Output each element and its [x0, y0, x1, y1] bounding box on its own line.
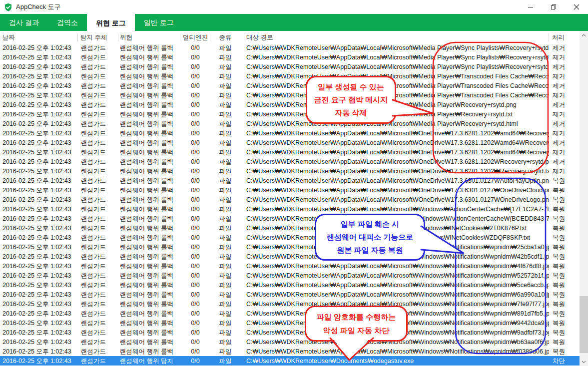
tab-scan-results[interactable]: 검사 결과 [0, 14, 48, 31]
table-row[interactable]: 2016-02-25 오후 1:02:43랜섬가드랜섬웨어 행위 롤백0/0파일… [0, 43, 580, 52]
column-header-engine[interactable]: 멀티엔진 [180, 33, 210, 42]
cell-date: 2016-02-25 오후 1:02:43 [2, 328, 71, 337]
scroll-down-button[interactable] [580, 358, 588, 366]
table-row[interactable]: 2016-02-25 오후 1:02:43랜섬가드랜섬웨어 행위 롤백0/0파일… [0, 119, 580, 128]
table-row[interactable]: 2016-02-25 오후 1:02:43랜섬가드랜섬웨어 행위 롤백0/0파일… [0, 157, 580, 166]
close-button[interactable] [565, 0, 588, 14]
tab-threat-log[interactable]: 위협 로그 [87, 14, 135, 33]
minimize-button[interactable] [519, 0, 542, 14]
table-row[interactable]: 2016-02-25 오후 1:02:43랜섬가드랜섬웨어 행위 롤백0/0파일… [0, 81, 580, 90]
table-row[interactable]: 2016-02-25 오후 1:02:43랜섬가드랜섬웨어 행위 롤백0/0파일… [0, 337, 580, 347]
vertical-scrollbar[interactable] [580, 31, 588, 366]
cell-threat: 랜섬웨어 행위 롤백 [120, 281, 173, 289]
table-row[interactable]: 2016-02-25 오후 1:02:43랜섬가드랜섬웨어 행위 롤백0/0파일… [0, 299, 580, 309]
window-controls [519, 0, 588, 14]
table-row[interactable]: 2016-02-25 오후 1:02:43랜섬가드랜섬웨어 행위 롤백0/0파일… [0, 195, 580, 204]
cell-engine: 0/0 [180, 329, 210, 336]
cell-threat: 랜섬웨어 행위 롤백 [120, 157, 173, 166]
table-row[interactable]: 2016-02-25 오후 1:02:43랜섬가드랜섬웨어 행위 롤백0/0파일… [0, 271, 580, 280]
cell-agent: 랜섬가드 [81, 43, 106, 52]
table-row[interactable]: 2016-02-25 오후 1:02:43랜섬가드랜섬웨어 행위 롤백0/0파일… [0, 71, 580, 81]
column-divider[interactable] [118, 33, 118, 41]
cell-threat: 랜섬웨어 행위 롤백 [120, 100, 173, 109]
cell-action: 복원 [553, 224, 565, 232]
cell-action: 제거 [553, 148, 565, 156]
cell-type: 파일 [210, 347, 240, 356]
scrollbar-thumb[interactable] [580, 296, 588, 353]
cell-threat: 랜섬웨어 행위 롤백 [120, 167, 173, 175]
table-row[interactable]: 2016-02-25 오후 1:02:43랜섬가드랜섬웨어 행위 롤백0/0파일… [0, 166, 580, 176]
column-divider[interactable] [77, 33, 78, 41]
cell-type: 파일 [210, 224, 240, 232]
cell-date: 2016-02-25 오후 1:02:43 [2, 167, 71, 175]
table-row[interactable]: 2016-02-25 오후 1:02:43랜섬가드랜섬웨어 행위 롤백0/0파일… [0, 242, 580, 252]
table-row[interactable]: 2016-02-25 오후 1:02:43랜섬가드랜섬웨어 행위 롤백0/0파일… [0, 185, 580, 195]
table-row[interactable]: 2016-02-25 오후 1:02:43랜섬가드랜섬웨어 행위 탐지0/0파일… [0, 356, 580, 366]
table-row[interactable]: 2016-02-25 오후 1:02:43랜섬가드랜섬웨어 행위 롤백0/0파일… [0, 223, 580, 233]
cell-type: 파일 [210, 186, 240, 194]
cell-path: C:₩Users₩WDKRemoteUser₩AppData₩Local₩Mic… [246, 310, 549, 317]
table-row[interactable]: 2016-02-25 오후 1:02:43랜섬가드랜섬웨어 행위 롤백0/0파일… [0, 147, 580, 157]
table-row[interactable]: 2016-02-25 오후 1:02:43랜섬가드랜섬웨어 행위 롤백0/0파일… [0, 62, 580, 71]
maximize-button[interactable] [542, 0, 565, 14]
cell-agent: 랜섬가드 [81, 347, 106, 356]
table-row[interactable]: 2016-02-25 오후 1:02:43랜섬가드랜섬웨어 행위 롤백0/0파일… [0, 309, 580, 318]
column-divider[interactable] [549, 33, 549, 41]
cell-type: 파일 [210, 100, 240, 109]
cell-agent: 랜섬가드 [81, 186, 106, 194]
table-row[interactable]: 2016-02-25 오후 1:02:43랜섬가드랜섬웨어 행위 롤백0/0파일… [0, 280, 580, 290]
tab-general-log[interactable]: 일반 로그 [135, 14, 183, 31]
cell-action: 제거 [553, 157, 565, 166]
cell-date: 2016-02-25 오후 1:02:43 [2, 43, 71, 52]
table-row[interactable]: 2016-02-25 오후 1:02:43랜섬가드랜섬웨어 행위 롤백0/0파일… [0, 233, 580, 242]
cell-path: C:₩Users₩WDKRemoteUser₩AppData₩Local₩Mic… [246, 111, 549, 118]
cell-engine: 0/0 [180, 215, 210, 222]
cell-path: C:₩Users₩WDKRemoteUser₩AppData₩Local₩Mic… [246, 73, 549, 80]
table-row[interactable]: 2016-02-25 오후 1:02:43랜섬가드랜섬웨어 행위 롤백0/0파일… [0, 52, 580, 62]
cell-agent: 랜섬가드 [81, 319, 106, 327]
cell-action: 복원 [553, 300, 565, 308]
cell-agent: 랜섬가드 [81, 243, 106, 251]
table-row[interactable]: 2016-02-25 오후 1:02:43랜섬가드랜섬웨어 행위 롤백0/0파일… [0, 290, 580, 299]
table-row[interactable]: 2016-02-25 오후 1:02:43랜섬가드랜섬웨어 행위 롤백0/0파일… [0, 204, 580, 214]
cell-threat: 랜섬웨어 행위 롤백 [120, 338, 173, 346]
table-row[interactable]: 2016-02-25 오후 1:02:43랜섬가드랜섬웨어 행위 롤백0/0파일… [0, 138, 580, 147]
table-row[interactable]: 2016-02-25 오후 1:02:43랜섬가드랜섬웨어 행위 롤백0/0파일… [0, 328, 580, 337]
table-row[interactable]: 2016-02-25 오후 1:02:43랜섬가드랜섬웨어 행위 롤백0/0파일… [0, 176, 580, 185]
cell-agent: 랜섬가드 [81, 233, 106, 242]
column-divider[interactable] [180, 33, 180, 41]
table-row[interactable]: 2016-02-25 오후 1:02:43랜섬가드랜섬웨어 행위 롤백0/0파일… [0, 318, 580, 328]
table-row[interactable]: 2016-02-25 오후 1:02:43랜섬가드랜섬웨어 행위 롤백0/0파일… [0, 90, 580, 100]
column-header-threat[interactable]: 위협 [120, 33, 132, 42]
column-divider[interactable] [244, 33, 244, 41]
table-row[interactable]: 2016-02-25 오후 1:02:43랜섬가드랜섬웨어 행위 롤백0/0파일… [0, 261, 580, 271]
table-row[interactable]: 2016-02-25 오후 1:02:43랜섬가드랜섬웨어 행위 롤백0/0파일… [0, 109, 580, 119]
column-header-action[interactable]: 처리 [552, 33, 565, 42]
cell-type: 파일 [210, 300, 240, 308]
table-row[interactable]: 2016-02-25 오후 1:02:43랜섬가드랜섬웨어 행위 롤백0/0파일… [0, 128, 580, 138]
cell-agent: 랜섬가드 [81, 167, 106, 175]
cell-engine: 0/0 [180, 272, 210, 279]
cell-type: 파일 [210, 138, 240, 147]
cell-path: C:₩Users₩WDKRemoteUser₩AppData₩Local₩Mic… [246, 301, 549, 308]
cell-threat: 랜섬웨어 행위 롤백 [120, 176, 173, 185]
cell-action: 제거 [553, 138, 565, 147]
cell-type: 파일 [210, 62, 240, 71]
column-header-type[interactable]: 종류 [210, 33, 240, 42]
column-header-path[interactable]: 대상 경로 [246, 33, 273, 42]
column-header-date[interactable]: 날짜 [2, 33, 15, 42]
titlebar: AppCheck 도구 [0, 0, 588, 14]
tab-quarantine[interactable]: 검역소 [48, 14, 87, 31]
table-row[interactable]: 2016-02-25 오후 1:02:43랜섬가드랜섬웨어 행위 롤백0/0파일… [0, 252, 580, 261]
column-header-agent[interactable]: 탐지 주체 [80, 33, 107, 42]
scroll-up-button[interactable] [580, 31, 588, 39]
table-row[interactable]: 2016-02-25 오후 1:02:43랜섬가드랜섬웨어 행위 롤백0/0파일… [0, 100, 580, 109]
cell-date: 2016-02-25 오후 1:02:43 [2, 252, 71, 261]
table-row[interactable]: 2016-02-25 오후 1:02:43랜섬가드랜섬웨어 행위 롤백0/0파일… [0, 214, 580, 223]
cell-action: 복원 [553, 281, 565, 289]
table-row[interactable]: 2016-02-25 오후 1:02:43랜섬가드랜섬웨어 행위 롤백0/0파일… [0, 347, 580, 356]
column-divider[interactable] [210, 33, 210, 41]
cell-action: 제거 [553, 119, 565, 128]
cell-agent: 랜섬가드 [81, 100, 106, 109]
chevron-down-icon [582, 361, 586, 364]
